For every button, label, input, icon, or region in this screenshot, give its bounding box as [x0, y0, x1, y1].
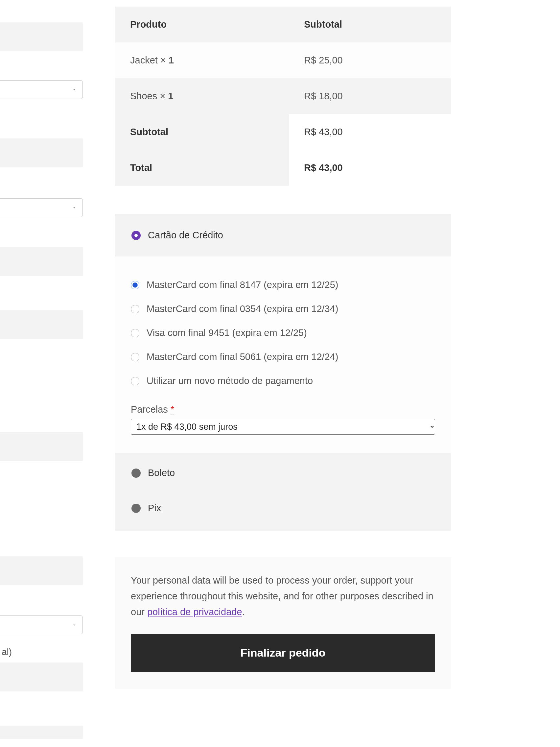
qty-prefix: × [160, 55, 168, 66]
subtotal-value: R$ 43,00 [289, 114, 451, 150]
form-select-placeholder[interactable] [0, 198, 83, 217]
form-field-placeholder[interactable] [0, 556, 83, 585]
card-label: MasterCard com final 0354 (expira em 12/… [146, 304, 338, 314]
partial-label-text: al) [0, 644, 83, 660]
product-qty: 1 [168, 91, 173, 101]
form-field-placeholder[interactable] [0, 22, 83, 51]
card-label: Utilizar um novo método de pagamento [146, 376, 313, 386]
payment-methods: Cartão de Crédito MasterCard com final 8… [115, 214, 451, 531]
saved-card-option[interactable]: Visa com final 9451 (expira em 12/25) [131, 328, 435, 338]
product-cell: Jacket × 1 [115, 43, 289, 78]
billing-form-partial: al) [0, 0, 83, 739]
card-radio[interactable] [131, 305, 139, 313]
card-label: MasterCard com final 5061 (expira em 12/… [146, 352, 338, 362]
product-price: R$ 18,00 [289, 78, 451, 114]
new-card-option[interactable]: Utilizar um novo método de pagamento [131, 376, 435, 386]
radio-unselected-icon [131, 504, 141, 513]
credit-card-panel: MasterCard com final 8147 (expira em 12/… [115, 256, 451, 453]
installments-label: Parcelas * [131, 404, 435, 415]
product-name: Jacket [130, 55, 158, 66]
form-select-placeholder[interactable] [0, 80, 83, 99]
radio-selected-icon [131, 231, 141, 240]
radio-unselected-icon [131, 468, 141, 478]
payment-method-credit-card[interactable]: Cartão de Crédito [115, 214, 451, 256]
product-qty: 1 [168, 55, 174, 66]
form-field-placeholder[interactable] [0, 138, 83, 168]
saved-card-option[interactable]: MasterCard com final 8147 (expira em 12/… [131, 280, 435, 290]
payment-method-boleto[interactable]: Boleto [115, 453, 451, 493]
saved-card-option[interactable]: MasterCard com final 5061 (expira em 12/… [131, 352, 435, 362]
table-row: Jacket × 1 R$ 25,00 [115, 43, 451, 78]
card-radio[interactable] [131, 353, 139, 361]
saved-card-option[interactable]: MasterCard com final 0354 (expira em 12/… [131, 304, 435, 314]
total-value: R$ 43,00 [289, 150, 451, 186]
card-label: MasterCard com final 8147 (expira em 12/… [146, 280, 338, 290]
form-field-placeholder[interactable] [0, 247, 83, 276]
place-order-button[interactable]: Finalizar pedido [131, 634, 435, 672]
payment-method-label: Pix [148, 503, 161, 514]
form-field-placeholder[interactable] [0, 432, 83, 461]
form-field-placeholder[interactable] [0, 663, 83, 691]
qty-prefix: × [160, 91, 168, 101]
card-label: Visa com final 9451 (expira em 12/25) [146, 328, 307, 338]
product-name: Shoes [130, 91, 157, 101]
privacy-policy-text: Your personal data will be used to proce… [131, 573, 435, 620]
chevron-down-icon [72, 623, 77, 627]
card-radio[interactable] [131, 377, 139, 385]
payment-method-label: Cartão de Crédito [148, 230, 223, 241]
table-row: Shoes × 1 R$ 18,00 [115, 78, 451, 114]
card-radio[interactable] [131, 329, 139, 337]
header-subtotal: Subtotal [289, 6, 451, 43]
product-price: R$ 25,00 [289, 43, 451, 78]
form-field-placeholder[interactable] [0, 310, 83, 339]
installments-select[interactable]: 1x de R$ 43,00 sem juros [131, 419, 435, 435]
chevron-down-icon [72, 87, 77, 92]
chevron-down-icon [72, 205, 77, 210]
subtotal-row: Subtotal R$ 43,00 [115, 114, 451, 150]
card-radio[interactable] [131, 281, 139, 289]
subtotal-label: Subtotal [115, 114, 289, 150]
form-field-placeholder[interactable] [0, 726, 83, 739]
product-cell: Shoes × 1 [115, 78, 289, 114]
total-row: Total R$ 43,00 [115, 150, 451, 186]
form-select-placeholder[interactable] [0, 616, 83, 634]
privacy-policy-link[interactable]: política de privacidade [147, 607, 242, 617]
total-label: Total [115, 150, 289, 186]
required-asterisk: * [170, 404, 174, 415]
payment-method-pix[interactable]: Pix [115, 493, 451, 531]
payment-method-label: Boleto [148, 467, 175, 479]
place-order-section: Your personal data will be used to proce… [115, 557, 451, 689]
order-review-table: Produto Subtotal Jacket × 1 R$ 25,00 Sho… [115, 6, 451, 186]
header-product: Produto [115, 6, 289, 43]
